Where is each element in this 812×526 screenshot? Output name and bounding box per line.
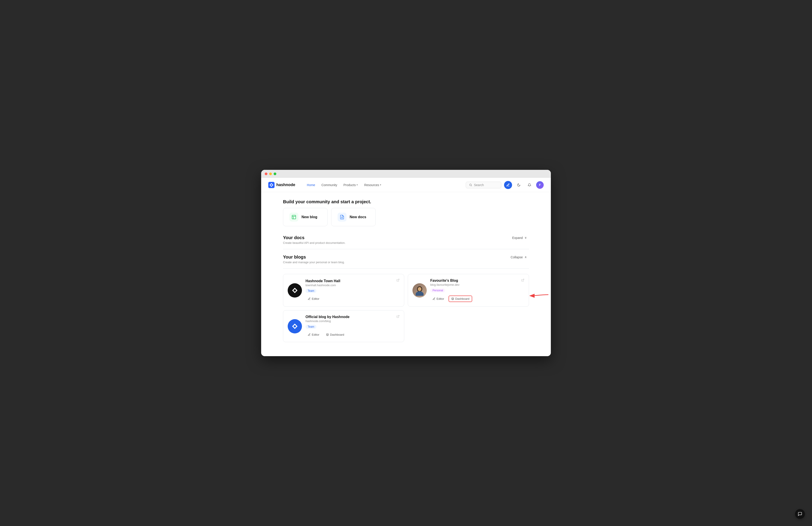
nav-resources-label: Resources	[364, 183, 379, 187]
search-label: Search	[474, 183, 484, 187]
docs-title: Your docs	[283, 235, 345, 240]
blogs-section: Your blogs Create and manage your person…	[283, 255, 529, 342]
logo[interactable]: hashnode	[268, 182, 295, 188]
favourites-url: blog.favouritejome.dev	[430, 283, 524, 286]
blogs-description: Create and manage your personal or team …	[283, 260, 345, 264]
dark-mode-button[interactable]	[515, 181, 523, 189]
docs-section: Your docs Create beautiful API and produ…	[283, 235, 529, 249]
official-badge: Team	[305, 325, 316, 329]
town-hall-info: Hashnode Town Hall townhall.hashnode.com…	[305, 279, 400, 301]
official-actions: Editor Dashboard	[305, 332, 400, 338]
editor-icon	[308, 333, 310, 336]
collapse-blogs-label: Collapse	[511, 255, 523, 259]
town-hall-url: townhall.hashnode.com	[305, 284, 400, 287]
svg-point-12	[416, 291, 424, 296]
notifications-button[interactable]	[525, 181, 534, 189]
expand-docs-label: Expand	[512, 236, 523, 240]
blog-card-town-hall: Hashnode Town Hall townhall.hashnode.com…	[283, 274, 404, 307]
town-hall-logo	[288, 283, 302, 298]
svg-line-17	[398, 315, 399, 317]
new-docs-card[interactable]: New docs	[331, 208, 376, 226]
editor-icon	[433, 297, 435, 300]
expand-docs-button[interactable]: Expand	[510, 235, 529, 241]
blog-icon	[289, 213, 299, 222]
nav-home[interactable]: Home	[304, 182, 318, 188]
nav-products-label: Products	[343, 183, 356, 187]
search-box[interactable]: Search	[466, 182, 502, 188]
official-logo	[288, 319, 302, 333]
svg-point-13	[418, 287, 421, 291]
blogs-title: Your blogs	[283, 255, 345, 260]
browser-chrome	[261, 170, 551, 178]
nav-community[interactable]: Community	[319, 182, 340, 188]
user-avatar[interactable]: F	[536, 181, 544, 189]
hashnode-logo-icon	[268, 182, 275, 188]
svg-line-14	[523, 279, 524, 280]
town-hall-external-link[interactable]	[396, 279, 400, 282]
new-docs-label: New docs	[350, 215, 366, 219]
svg-point-2	[469, 184, 471, 186]
moon-icon	[517, 183, 521, 187]
dashboard-icon	[451, 297, 454, 300]
new-blog-label: New blog	[302, 215, 317, 219]
favourites-logo	[412, 283, 427, 298]
nav-home-label: Home	[307, 183, 315, 187]
collapse-icon	[524, 256, 527, 259]
red-arrow-annotation	[529, 289, 549, 300]
expand-dot[interactable]	[274, 172, 276, 175]
close-dot[interactable]	[265, 172, 267, 175]
official-dashboard-button[interactable]: Dashboard	[324, 332, 347, 338]
docs-section-info: Your docs Create beautiful API and produ…	[283, 235, 345, 244]
products-chevron-icon: ▾	[357, 183, 358, 186]
blogs-section-info: Your blogs Create and manage your person…	[283, 255, 345, 264]
favourites-editor-button[interactable]: Editor	[430, 296, 446, 301]
favourites-actions: Editor Dashboard	[430, 296, 524, 302]
town-hall-badge: Team	[305, 289, 316, 293]
build-title: Build your community and start a project…	[283, 199, 529, 204]
town-hall-name: Hashnode Town Hall	[305, 279, 400, 283]
blog-card-official: Official blog by Hashnode hashnode.com/b…	[283, 310, 404, 342]
build-cards: New blog New docs	[283, 208, 529, 226]
favourites-dashboard-label: Dashboard	[455, 297, 469, 300]
main-content: Build your community and start a project…	[272, 192, 540, 349]
dashboard-icon	[326, 333, 329, 336]
official-info: Official blog by Hashnode hashnode.com/b…	[305, 315, 400, 338]
favourites-external-link[interactable]	[521, 279, 524, 282]
blogs-grid: Hashnode Town Hall townhall.hashnode.com…	[283, 274, 529, 342]
svg-point-16	[294, 325, 296, 327]
official-editor-label: Editor	[312, 333, 319, 336]
search-icon	[469, 183, 472, 187]
svg-point-1	[271, 184, 272, 186]
new-blog-card[interactable]: New blog	[283, 208, 328, 226]
nav-links: Home Community Products ▾ Resources ▾	[304, 182, 459, 188]
official-editor-button[interactable]: Editor	[305, 332, 321, 338]
blog-card-favourites: Favourite's Blog blog.favouritejome.dev …	[408, 274, 529, 307]
write-button[interactable]	[504, 181, 512, 189]
svg-point-9	[294, 289, 296, 292]
blogs-section-header: Your blogs Create and manage your person…	[283, 255, 529, 269]
nav-resources[interactable]: Resources ▾	[361, 182, 384, 188]
town-hall-editor-button[interactable]: Editor	[305, 296, 321, 301]
favourites-editor-label: Editor	[436, 297, 444, 300]
official-url: hashnode.com/blog	[305, 319, 400, 323]
svg-line-10	[398, 279, 399, 280]
write-icon	[506, 183, 510, 187]
favourites-badge: Personal	[430, 288, 445, 293]
official-name: Official blog by Hashnode	[305, 315, 400, 319]
collapse-blogs-button[interactable]: Collapse	[509, 255, 529, 260]
favourites-info: Favourite's Blog blog.favouritejome.dev …	[430, 279, 524, 302]
town-hall-editor-label: Editor	[312, 297, 319, 300]
nav-right: Search	[466, 181, 544, 189]
minimize-dot[interactable]	[269, 172, 272, 175]
nav-products[interactable]: Products ▾	[341, 182, 361, 188]
official-external-link[interactable]	[396, 315, 400, 319]
navbar: hashnode Home Community Products ▾ Resou…	[261, 178, 551, 192]
favourites-dashboard-button[interactable]: Dashboard	[449, 296, 472, 302]
logo-text: hashnode	[276, 183, 295, 187]
docs-icon	[337, 213, 347, 222]
docs-description: Create beautiful API and product documen…	[283, 241, 345, 244]
expand-icon	[524, 236, 527, 239]
favourites-name: Favourite's Blog	[430, 279, 524, 283]
nav-community-label: Community	[321, 183, 337, 187]
town-hall-actions: Editor	[305, 296, 400, 301]
